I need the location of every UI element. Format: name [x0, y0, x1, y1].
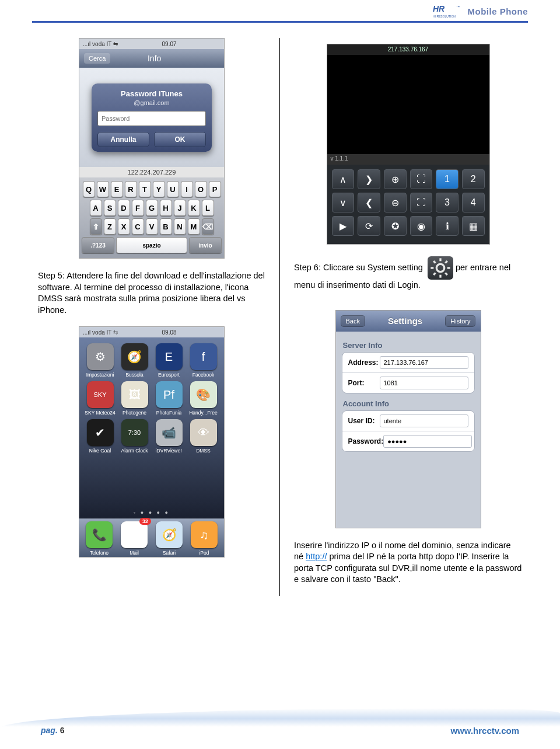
svg-line-8 — [433, 261, 436, 263]
key-T[interactable]: T — [139, 181, 151, 197]
app-SKY Meteo24[interactable]: SKYSKY Meteo24 — [85, 381, 116, 416]
app-label: Safari — [163, 550, 176, 556]
key-space[interactable]: spazio — [116, 237, 187, 253]
app-label: Alarm Clock — [121, 448, 148, 454]
key-return[interactable]: invio — [189, 237, 222, 253]
password-input[interactable] — [97, 111, 206, 126]
app-Eurosport[interactable]: EEurosport — [153, 343, 185, 378]
ctrl-r2-2[interactable]: ⊖ — [384, 193, 407, 212]
key-V[interactable]: V — [146, 218, 158, 235]
key-C[interactable]: C — [132, 218, 144, 235]
ctrl-r3-1[interactable]: ⟳ — [358, 216, 380, 236]
app-label: Eurosport — [158, 372, 180, 378]
app-Alarm Clock[interactable]: 7:30Alarm Clock — [119, 419, 150, 454]
app-Photogene[interactable]: 🖼Photogene — [119, 381, 150, 416]
dock-Telefono[interactable]: 📞Telefono — [83, 521, 115, 556]
app-Handy...Free[interactable]: 🎨Handy...Free — [188, 381, 219, 416]
key-N[interactable]: N — [174, 218, 186, 235]
instructions-paragraph: Inserire l'indirizzo IP o il nome del do… — [294, 540, 522, 586]
address-input[interactable] — [380, 356, 468, 369]
app-label: Facebook — [192, 372, 214, 378]
app-Nike Goal[interactable]: ✔Nike Goal — [85, 419, 116, 454]
key-G[interactable]: G — [146, 200, 158, 216]
key-Q[interactable]: Q — [83, 181, 95, 197]
key-Z[interactable]: Z — [104, 218, 116, 235]
dock-Safari[interactable]: 🧭Safari — [153, 521, 185, 556]
section-account-info: Account Info — [343, 399, 474, 408]
video-area — [327, 55, 489, 154]
key-Y[interactable]: Y — [153, 181, 165, 197]
key-D[interactable]: D — [118, 200, 130, 216]
password-input[interactable] — [383, 435, 472, 448]
page-title: Mobile Phone — [468, 6, 528, 16]
ctrl-r3-5[interactable]: ▦ — [462, 216, 485, 236]
ctrl-r1-0[interactable]: ∧ — [332, 169, 355, 189]
back-button[interactable]: Back — [341, 315, 365, 327]
app-label: Impostazioni — [86, 372, 114, 378]
port-input[interactable] — [380, 377, 468, 389]
app-PhotoFunia[interactable]: PfPhotoFunia — [153, 381, 185, 416]
app-label: Mail — [130, 550, 139, 556]
clock: 09.07 — [162, 41, 177, 47]
ctrl-r2-3[interactable]: ⛶ — [410, 193, 433, 212]
key-K[interactable]: K — [188, 200, 200, 216]
key-S[interactable]: S — [104, 200, 116, 216]
app-DMSS[interactable]: 👁DMSS — [188, 419, 219, 454]
key-W[interactable]: W — [97, 181, 109, 197]
ctrl-r2-5[interactable]: 4 — [462, 193, 485, 212]
ctrl-r3-4[interactable]: ℹ — [436, 216, 459, 236]
key-A[interactable]: A — [90, 200, 102, 216]
ctrl-r3-3[interactable]: ◉ — [410, 216, 433, 236]
ctrl-r3-0[interactable]: ▶ — [332, 216, 355, 236]
ctrl-r1-5[interactable]: 2 — [462, 169, 485, 189]
key-U[interactable]: U — [167, 181, 179, 197]
header-divider — [32, 21, 528, 23]
ctrl-r1-4[interactable]: 1 — [436, 169, 459, 189]
app-Facebook[interactable]: fFacebook — [188, 343, 219, 378]
password-popover: Password iTunes @gmail.com Annulla OK — [92, 83, 212, 152]
nav-title: Info — [148, 54, 161, 63]
keyboard: QWERTYUIOP ASDFGHJKL ⇧ZXCVBNM⌫ .?123 spa… — [79, 177, 224, 258]
app-Bussola[interactable]: 🧭Bussola — [119, 343, 150, 378]
dock-iPod[interactable]: ♫iPod — [188, 521, 220, 556]
section-server-info: Server Info — [343, 341, 474, 350]
gear-icon — [428, 256, 453, 280]
nav-back-button[interactable]: Cerca — [84, 53, 110, 64]
key-F[interactable]: F — [132, 200, 144, 216]
step5-text: Step 5: Attendere la fine del download e… — [38, 270, 265, 316]
ctrl-r1-2[interactable]: ⊕ — [384, 169, 407, 189]
key-P[interactable]: P — [209, 181, 221, 197]
page-number: pag. 6 — [41, 726, 64, 735]
key-B[interactable]: B — [160, 218, 172, 235]
key-E[interactable]: E — [111, 181, 123, 197]
key-J[interactable]: J — [174, 200, 186, 216]
key-⇧[interactable]: ⇧ — [90, 218, 102, 235]
key-X[interactable]: X — [118, 218, 130, 235]
ok-button[interactable]: OK — [154, 132, 206, 147]
ctrl-r2-4[interactable]: 3 — [436, 193, 459, 212]
key-O[interactable]: O — [195, 181, 207, 197]
key-I[interactable]: I — [181, 181, 193, 197]
key-L[interactable]: L — [202, 200, 214, 216]
key-M[interactable]: M — [188, 218, 200, 235]
ctrl-r2-1[interactable]: ❮ — [358, 193, 380, 212]
http-link[interactable]: http:// — [306, 552, 327, 561]
app-iDVRViewer[interactable]: 📹iDVRViewer — [153, 419, 185, 454]
key-⌫[interactable]: ⌫ — [202, 218, 214, 235]
userid-input[interactable] — [380, 414, 468, 427]
key-H[interactable]: H — [160, 200, 172, 216]
cancel-button[interactable]: Annulla — [97, 132, 149, 147]
key-numeric[interactable]: .?123 — [82, 237, 114, 253]
ctrl-r1-3[interactable]: ⛶ — [410, 169, 433, 189]
key-R[interactable]: R — [125, 181, 137, 197]
dock-Mail[interactable]: ✉32Mail — [118, 521, 150, 556]
site-url: www.hrcctv.com — [450, 726, 519, 736]
ctrl-r1-1[interactable]: ❯ — [358, 169, 380, 189]
port-label: Port: — [348, 379, 380, 387]
history-button[interactable]: History — [445, 315, 475, 327]
ctrl-r3-2[interactable]: ✪ — [384, 216, 407, 236]
ctrl-r2-0[interactable]: ∨ — [332, 193, 355, 212]
app-Impostazioni[interactable]: ⚙Impostazioni — [85, 343, 116, 378]
screenshot-dmss-live: 217.133.76.167 v 1.1.1 ∧❯⊕⛶12 ∨❮⊖⛶34 ▶⟳✪… — [327, 44, 490, 245]
app-label: iDVRViewer — [156, 448, 183, 454]
